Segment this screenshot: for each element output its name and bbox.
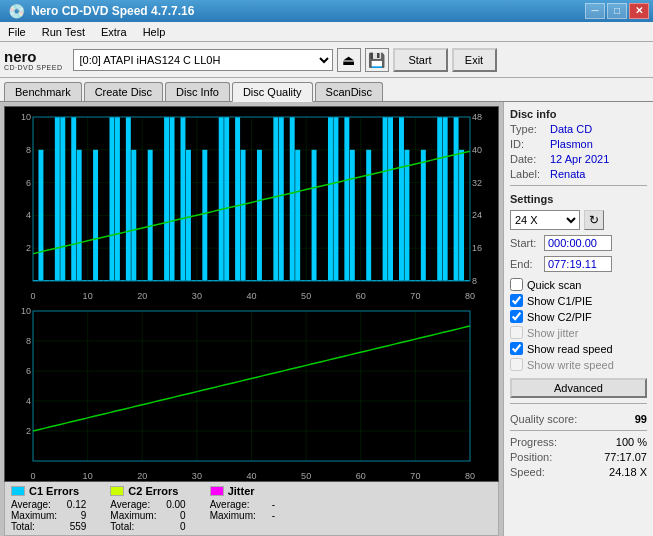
c1-total-value: 559 (70, 521, 87, 532)
exit-button[interactable]: Exit (452, 48, 497, 72)
drive-select[interactable]: [0:0] ATAPI iHAS124 C LL0H (73, 49, 333, 71)
show-write-speed-checkbox[interactable] (510, 358, 523, 371)
position-row: Position: 77:17.07 (510, 451, 647, 463)
start-time-value: 000:00.00 (544, 235, 612, 251)
c2-avg-label: Average: (110, 499, 150, 510)
c1-avg-value: 0.12 (67, 499, 86, 510)
date-row: Date: 12 Apr 2021 (510, 153, 647, 165)
app-title: Nero CD-DVD Speed 4.7.7.16 (31, 4, 194, 18)
menu-run-test[interactable]: Run Test (34, 24, 93, 40)
speed-stat-value: 24.18 X (609, 466, 647, 478)
id-label: ID: (510, 138, 546, 150)
quality-score-row: Quality score: 99 (510, 413, 647, 425)
minimize-button[interactable]: ─ (585, 3, 605, 19)
nero-logo-text: nero (4, 49, 37, 64)
quick-scan-label: Quick scan (527, 279, 581, 291)
show-read-speed-checkbox[interactable] (510, 342, 523, 355)
date-label: Date: (510, 153, 546, 165)
speed-row: 24 X Max 4 X 8 X 16 X 32 X 40 X 48 X ↻ (510, 210, 647, 230)
toolbar: nero CD·DVD SPEED [0:0] ATAPI iHAS124 C … (0, 42, 653, 78)
c2-stats: Average: 0.00 Maximum: 0 Total: 0 (110, 499, 185, 532)
show-write-speed-row: Show write speed (510, 358, 647, 371)
progress-value: 100 % (616, 436, 647, 448)
c1-max-value: 9 (81, 510, 87, 521)
top-chart (5, 107, 498, 301)
disc-label-value: Renata (550, 168, 585, 180)
maximize-button[interactable]: □ (607, 3, 627, 19)
show-c2-checkbox[interactable] (510, 310, 523, 323)
show-read-speed-row: Show read speed (510, 342, 647, 355)
main-content: C1 Errors Average: 0.12 Maximum: 9 Total… (0, 102, 653, 536)
tab-scan-disc[interactable]: ScanDisc (315, 82, 383, 101)
speed-select[interactable]: 24 X Max 4 X 8 X 16 X 32 X 40 X 48 X (510, 210, 580, 230)
progress-row: Progress: 100 % (510, 436, 647, 448)
c1-avg-label: Average: (11, 499, 51, 510)
divider-2 (510, 403, 647, 404)
show-c2-row: Show C2/PIF (510, 310, 647, 323)
show-write-speed-label: Show write speed (527, 359, 614, 371)
id-value: Plasmon (550, 138, 593, 150)
position-value: 77:17.07 (604, 451, 647, 463)
jitter-avg-value: - (272, 499, 275, 510)
end-time-row: End: 077:19.11 (510, 256, 647, 272)
bottom-chart (5, 301, 498, 481)
label-row: Label: Renata (510, 168, 647, 180)
progress-label: Progress: (510, 436, 557, 448)
right-panel: Disc info Type: Data CD ID: Plasmon Date… (503, 102, 653, 536)
tab-benchmark[interactable]: Benchmark (4, 82, 82, 101)
eject-button[interactable]: ⏏ (337, 48, 361, 72)
menu-help[interactable]: Help (135, 24, 174, 40)
tab-bar: Benchmark Create Disc Disc Info Disc Qua… (0, 78, 653, 102)
end-label: End: (510, 258, 540, 270)
type-row: Type: Data CD (510, 123, 647, 135)
show-c1-label: Show C1/PIE (527, 295, 592, 307)
app-icon: 💿 (8, 3, 25, 19)
divider-3 (510, 430, 647, 431)
advanced-button[interactable]: Advanced (510, 378, 647, 398)
refresh-button[interactable]: ↻ (584, 210, 604, 230)
show-jitter-row: Show jitter (510, 326, 647, 339)
type-value: Data CD (550, 123, 592, 135)
disc-info-title: Disc info (510, 108, 647, 120)
c2-max-label: Maximum: (110, 510, 156, 521)
menu-file[interactable]: File (0, 24, 34, 40)
jitter-stats: Average: - Maximum: - (210, 499, 275, 521)
c2-label: C2 Errors (128, 485, 178, 497)
title-bar: 💿 Nero CD-DVD Speed 4.7.7.16 ─ □ ✕ (0, 0, 653, 22)
quick-scan-row: Quick scan (510, 278, 647, 291)
close-button[interactable]: ✕ (629, 3, 649, 19)
jitter-legend: Jitter Average: - Maximum: - (210, 485, 275, 532)
date-value: 12 Apr 2021 (550, 153, 609, 165)
tab-disc-quality[interactable]: Disc Quality (232, 82, 313, 102)
quality-score-label: Quality score: (510, 413, 577, 425)
show-c1-row: Show C1/PIE (510, 294, 647, 307)
c2-avg-value: 0.00 (166, 499, 185, 510)
divider-1 (510, 185, 647, 186)
quality-score-value: 99 (635, 413, 647, 425)
nero-logo-sub: CD·DVD SPEED (4, 64, 63, 71)
jitter-color (210, 486, 224, 496)
menu-bar: File Run Test Extra Help (0, 22, 653, 42)
speed-stat-row: Speed: 24.18 X (510, 466, 647, 478)
c2-total-label: Total: (110, 521, 134, 532)
c2-max-value: 0 (180, 510, 186, 521)
show-read-speed-label: Show read speed (527, 343, 613, 355)
start-button[interactable]: Start (393, 48, 448, 72)
c1-max-label: Maximum: (11, 510, 57, 521)
menu-extra[interactable]: Extra (93, 24, 135, 40)
show-c1-checkbox[interactable] (510, 294, 523, 307)
tab-create-disc[interactable]: Create Disc (84, 82, 163, 101)
show-c2-label: Show C2/PIF (527, 311, 592, 323)
tab-disc-info[interactable]: Disc Info (165, 82, 230, 101)
jitter-label: Jitter (228, 485, 255, 497)
save-button[interactable]: 💾 (365, 48, 389, 72)
show-jitter-label: Show jitter (527, 327, 578, 339)
nero-logo: nero CD·DVD SPEED (4, 49, 63, 71)
c1-color (11, 486, 25, 496)
quick-scan-checkbox[interactable] (510, 278, 523, 291)
start-label: Start: (510, 237, 540, 249)
show-jitter-checkbox[interactable] (510, 326, 523, 339)
settings-title: Settings (510, 193, 647, 205)
jitter-max-value: - (272, 510, 275, 521)
end-time-value: 077:19.11 (544, 256, 612, 272)
